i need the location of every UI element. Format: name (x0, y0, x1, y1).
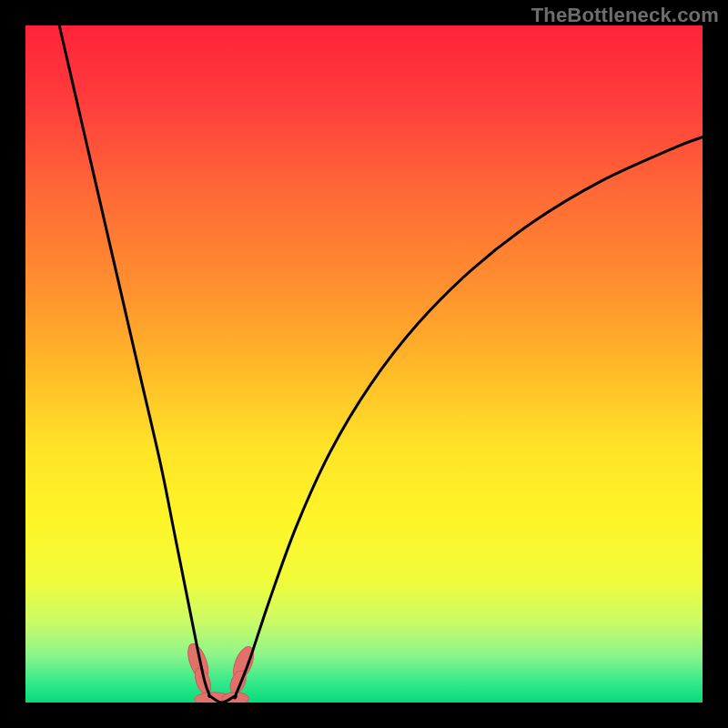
chart-svg (25, 25, 703, 703)
gradient-background (25, 25, 703, 703)
plot-area (25, 25, 703, 703)
outer-frame: TheBottleneck.com (0, 0, 728, 728)
watermark-text: TheBottleneck.com (531, 4, 719, 27)
